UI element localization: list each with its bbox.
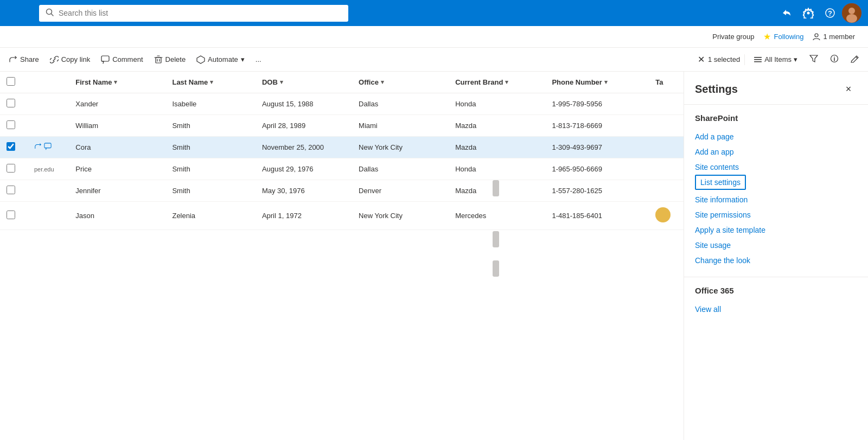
select-all-checkbox[interactable] [7, 77, 15, 86]
share-button[interactable]: Share [4, 53, 43, 66]
table-row[interactable]: William Smith April 28, 1989 Miami Mazda… [0, 115, 684, 137]
settings-link-site-permissions[interactable]: Site permissions [695, 207, 857, 222]
svg-rect-10 [156, 58, 161, 63]
row-2-phone: 1-813-718-6669 [545, 115, 649, 137]
row-6-firstname: Jason [69, 202, 165, 230]
settings-panel: Settings × SharePoint Add a page Add an … [684, 72, 868, 440]
row-2-firstname: William [69, 115, 165, 137]
row-6-check[interactable] [0, 202, 28, 230]
delete-icon [154, 55, 163, 64]
row-3-phone: 1-309-493-9697 [545, 137, 649, 158]
settings-title: Settings [695, 83, 738, 95]
help-icon[interactable]: ? [820, 3, 840, 23]
sort-arrow-dob: ▾ [280, 79, 283, 86]
sharepoint-section: SharePoint Add a page Add an app Site co… [684, 105, 868, 277]
table-row[interactable]: per.edu Price Smith August 29, 1976 Dall… [0, 158, 684, 180]
search-input[interactable] [59, 9, 342, 17]
search-icon [46, 8, 54, 18]
settings-link-add-page[interactable]: Add a page [695, 129, 857, 144]
settings-link-apply-template[interactable]: Apply a site template [695, 222, 857, 238]
copy-link-button[interactable]: Copy link [46, 53, 94, 66]
search-box[interactable] [39, 5, 348, 22]
edit-button[interactable] [846, 52, 864, 67]
more-button[interactable]: ... [251, 53, 266, 66]
filter-button[interactable] [805, 52, 822, 67]
row-4-dob: August 29, 1976 [256, 158, 352, 180]
col-header-phone[interactable]: Phone Number ▾ [545, 72, 649, 93]
settings-close-button[interactable]: × [840, 80, 857, 98]
row-comment-icon[interactable] [44, 143, 52, 152]
settings-link-list-settings[interactable]: List settings [695, 175, 746, 190]
office365-section: Office 365 View all [684, 277, 868, 326]
avatar[interactable] [842, 3, 861, 23]
delete-button[interactable]: Delete [150, 53, 190, 66]
row-1-phone: 1-995-789-5956 [545, 93, 649, 115]
svg-point-8 [815, 34, 818, 37]
scroll-thumb-3[interactable] [493, 260, 499, 277]
settings-link-site-information[interactable]: Site information [695, 192, 857, 207]
settings-icon[interactable] [799, 3, 818, 23]
col-header-firstname[interactable]: First Name ▾ [69, 72, 165, 93]
star-icon: ★ [763, 31, 771, 42]
svg-rect-18 [44, 143, 51, 148]
top-bar: ? [0, 0, 868, 26]
settings-link-change-look[interactable]: Change the look [695, 253, 857, 268]
col-header-lastname[interactable]: Last Name ▾ [165, 72, 255, 93]
row-3-office: New York City [352, 137, 449, 158]
comment-button[interactable]: Comment [97, 53, 147, 66]
row-4-lastname: Smith [165, 158, 255, 180]
toolbar-separator [744, 54, 745, 65]
row-3-actions[interactable] [28, 137, 69, 158]
table-row[interactable]: Jason Zelenia April 1, 1972 New York Cit… [0, 202, 684, 230]
row-3-check[interactable] [0, 137, 28, 158]
info-button[interactable] [826, 52, 843, 67]
row-5-check[interactable] [0, 180, 28, 202]
row-share-icon[interactable] [34, 143, 42, 152]
row-1-lastname: Isabelle [165, 93, 255, 115]
settings-link-view-all[interactable]: View all [695, 302, 857, 317]
row-5-dob: May 30, 1976 [256, 180, 352, 202]
main-content: First Name ▾ Last Name ▾ DOB ▾ [0, 72, 868, 440]
copy-link-icon [50, 55, 59, 64]
row-5-firstname: Jennifer [69, 180, 165, 202]
settings-link-site-contents[interactable]: Site contents [695, 160, 857, 175]
svg-point-2 [807, 12, 810, 15]
row-1-dob: August 15, 1988 [256, 93, 352, 115]
member-count: 1 member [812, 33, 855, 41]
row-4-brand: Honda [449, 158, 545, 180]
selected-indicator: ✕ 1 selected [698, 54, 740, 65]
following-section[interactable]: ★ Following [763, 31, 804, 42]
row-4-check[interactable] [0, 158, 28, 180]
row-1-check[interactable] [0, 93, 28, 115]
svg-rect-14 [754, 61, 762, 62]
automate-button[interactable]: Automate ▾ [192, 53, 249, 66]
col-header-brand[interactable]: Current Brand ▾ [449, 72, 545, 93]
toolbar-right: ✕ 1 selected All Items ▾ [698, 52, 864, 67]
row-3-lastname: Smith [165, 137, 255, 158]
scroll-thumb-2[interactable] [493, 231, 499, 247]
settings-link-site-usage[interactable]: Site usage [695, 238, 857, 253]
row-2-check[interactable] [0, 115, 28, 137]
all-items-chevron: ▾ [794, 55, 797, 63]
table-row[interactable]: Jennifer Smith May 30, 1976 Denver Mazda… [0, 180, 684, 202]
col-header-dob[interactable]: DOB ▾ [256, 72, 352, 93]
all-items-button[interactable]: All Items ▾ [749, 53, 802, 66]
svg-point-7 [846, 14, 857, 23]
row-1-firstname: Xander [69, 93, 165, 115]
svg-rect-13 [754, 59, 762, 60]
row-6-phone: 1-481-185-6401 [545, 202, 649, 230]
row-4-firstname: Price [69, 158, 165, 180]
row-2-ta [649, 115, 684, 137]
row-4-actions: per.edu [28, 158, 69, 180]
scroll-thumb-1[interactable] [493, 180, 499, 196]
clear-selection-button[interactable]: ✕ [698, 54, 705, 65]
reply-icon[interactable] [777, 3, 796, 23]
row-3-brand: Mazda [449, 137, 545, 158]
table-row[interactable]: Xander Isabelle August 15, 1988 Dallas H… [0, 93, 684, 115]
table-row[interactable]: Cora Smith November 25, 2000 New York Ci… [0, 137, 684, 158]
settings-link-add-app[interactable]: Add an app [695, 144, 857, 160]
row-5-ta [649, 180, 684, 202]
col-header-office[interactable]: Office ▾ [352, 72, 449, 93]
row-6-ta [649, 202, 684, 230]
row-1-office: Dallas [352, 93, 449, 115]
